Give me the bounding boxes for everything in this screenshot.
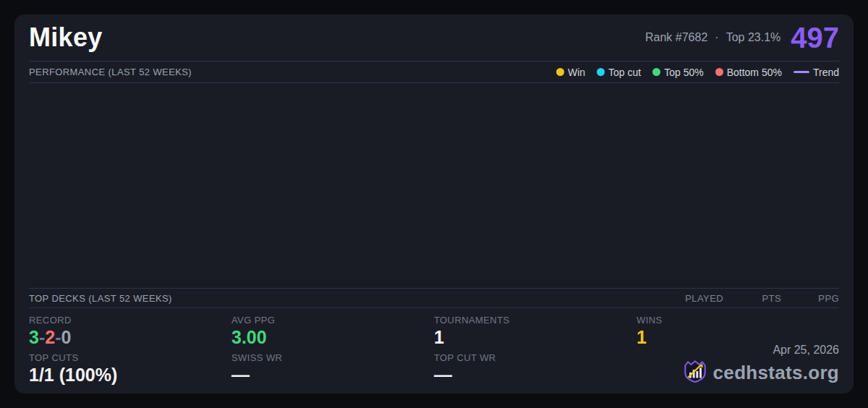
- column-ppg: PPG: [781, 293, 839, 304]
- stat-label: TOP CUTS: [29, 352, 231, 363]
- points-value: 497: [791, 23, 839, 52]
- stat-label: SWISS WR: [231, 352, 434, 363]
- header-right: Rank #7682 · Top 23.1% 497: [645, 23, 839, 52]
- top-cut-dot-icon: [597, 68, 605, 76]
- legend-label: Trend: [813, 67, 839, 78]
- stat-top-cut-wr: TOP CUT WR —: [434, 352, 637, 386]
- player-name: Mikey: [29, 22, 103, 53]
- legend-label: Bottom 50%: [727, 67, 782, 78]
- stat-tournaments: TOURNAMENTS 1: [434, 315, 637, 348]
- legend-label: Top 50%: [664, 67, 703, 78]
- cedhstats-logo-icon: [683, 359, 707, 386]
- stat-label: RECORD: [29, 315, 231, 326]
- card-header: Mikey Rank #7682 · Top 23.1% 497: [29, 14, 839, 61]
- top-decks-columns: PLAYED PTS PPG: [665, 293, 839, 304]
- column-played: PLAYED: [665, 293, 723, 304]
- rank-line: Rank #7682 · Top 23.1%: [645, 31, 780, 44]
- performance-section-title: PERFORMANCE (LAST 52 WEEKS): [29, 67, 192, 77]
- record-wins: 3: [29, 327, 39, 347]
- stat-swiss-wr: SWISS WR —: [231, 352, 434, 386]
- stat-wins: WINS 1: [637, 315, 839, 348]
- top-percent-text: Top 23.1%: [726, 31, 781, 44]
- date-text: Apr 25, 2026: [773, 344, 839, 357]
- performance-header-row: PERFORMANCE (LAST 52 WEEKS) Win Top cut …: [29, 61, 839, 83]
- stat-label: TOURNAMENTS: [434, 315, 637, 326]
- rank-separator-dot: ·: [715, 31, 718, 44]
- win-dot-icon: [556, 68, 564, 76]
- top-decks-header-row: TOP DECKS (LAST 52 WEEKS) PLAYED PTS PPG: [29, 288, 839, 308]
- column-pts: PTS: [723, 293, 781, 304]
- top-cut-wr-value: —: [434, 365, 637, 386]
- performance-chart-area: [29, 83, 839, 288]
- legend-item-trend[interactable]: Trend: [793, 67, 839, 78]
- legend-item-top-50[interactable]: Top 50%: [652, 67, 703, 78]
- top-decks-section-title: TOP DECKS (LAST 52 WEEKS): [29, 293, 172, 304]
- stat-record: RECORD 3-2-0: [29, 315, 231, 348]
- legend-label: Win: [568, 67, 585, 78]
- stat-avg-ppg: AVG PPG 3.00: [231, 315, 434, 348]
- legend-label: Top cut: [608, 67, 641, 78]
- brand-text: cedhstats.org: [713, 362, 839, 384]
- record-separator: -: [39, 327, 45, 347]
- card-footer: Apr 25, 2026 cedhstats.org: [683, 344, 839, 386]
- legend-item-win[interactable]: Win: [556, 67, 585, 78]
- top-50-dot-icon: [652, 68, 660, 76]
- top-cuts-value: 1/1 (100%): [29, 365, 231, 386]
- swiss-wr-value: —: [231, 365, 434, 386]
- stat-label: TOP CUT WR: [434, 352, 637, 363]
- brand-link[interactable]: cedhstats.org: [683, 359, 839, 386]
- stat-label: AVG PPG: [231, 315, 434, 326]
- player-stats-card: Mikey Rank #7682 · Top 23.1% 497 PERFORM…: [14, 14, 854, 394]
- bottom-50-dot-icon: [715, 68, 723, 76]
- tournaments-value: 1: [434, 328, 637, 348]
- record-draws: 0: [61, 327, 71, 347]
- record-value: 3-2-0: [29, 328, 231, 348]
- chart-legend: Win Top cut Top 50% Bottom 50% Trend: [556, 67, 839, 78]
- record-losses: 2: [45, 327, 55, 347]
- stat-label: WINS: [637, 315, 839, 326]
- legend-item-bottom-50[interactable]: Bottom 50%: [715, 67, 782, 78]
- trend-line-icon: [793, 71, 809, 73]
- legend-item-top-cut[interactable]: Top cut: [597, 67, 641, 78]
- avg-ppg-value: 3.00: [231, 328, 434, 348]
- stat-top-cuts: TOP CUTS 1/1 (100%): [29, 352, 231, 386]
- rank-text: Rank #7682: [645, 31, 707, 44]
